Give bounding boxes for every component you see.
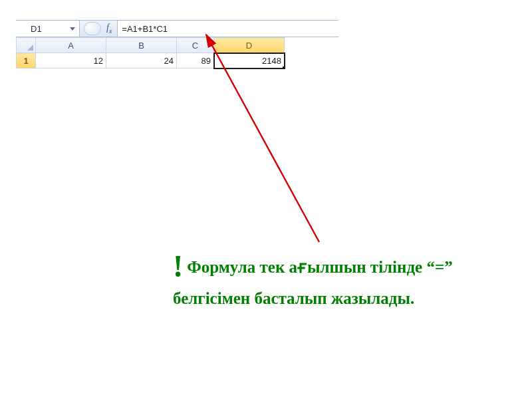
fx-zone: fx — [80, 21, 118, 37]
cell-B1[interactable]: 24 — [106, 53, 177, 68]
cell-D1[interactable]: 2148 — [214, 53, 285, 68]
row-header-1[interactable]: 1 — [17, 53, 36, 68]
cell-A1[interactable]: 12 — [36, 53, 106, 68]
note-text: Формула тек ағылшын тілінде “=” белгісім… — [173, 258, 453, 307]
col-header-C[interactable]: C — [177, 38, 214, 53]
formula-input[interactable] — [118, 21, 338, 37]
col-header-B[interactable]: B — [106, 38, 177, 53]
explanatory-note: !Формула тек ағылшын тілінде “=” белгісі… — [173, 246, 466, 310]
cell-C1[interactable]: 89 — [177, 53, 214, 68]
fx-oval-icon — [84, 22, 101, 35]
exclamation-icon: ! — [173, 249, 183, 283]
chevron-down-icon[interactable] — [70, 27, 75, 31]
insert-function-button[interactable]: fx — [104, 23, 117, 35]
select-all-corner[interactable] — [17, 38, 36, 53]
name-box-value: D1 — [16, 24, 70, 34]
table-row: 1 12 24 89 2148 — [17, 53, 285, 68]
col-header-A[interactable]: A — [36, 38, 106, 53]
formula-bar: D1 fx — [16, 21, 338, 37]
sheet-grid: A B C D 1 12 24 89 2148 — [16, 37, 285, 68]
name-box[interactable]: D1 — [16, 21, 80, 37]
spreadsheet-fragment: D1 fx A B C D 1 12 24 89 2148 — [16, 20, 338, 68]
col-header-D[interactable]: D — [214, 38, 285, 53]
